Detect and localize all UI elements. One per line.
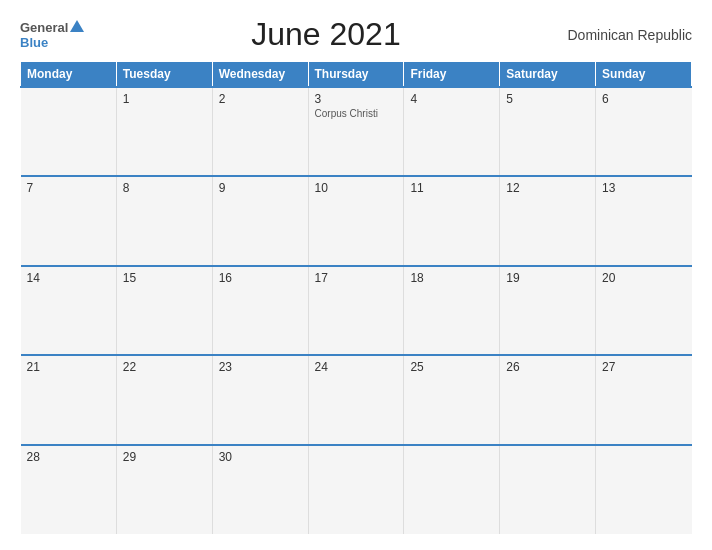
calendar-cell: 17 (308, 266, 404, 355)
calendar-cell (596, 445, 692, 534)
calendar-cell: 5 (500, 87, 596, 176)
day-number: 9 (219, 181, 302, 195)
holiday-label: Corpus Christi (315, 108, 398, 119)
day-number: 26 (506, 360, 589, 374)
day-number: 19 (506, 271, 589, 285)
calendar-cell: 15 (116, 266, 212, 355)
day-number: 18 (410, 271, 493, 285)
logo-triangle-icon (70, 20, 84, 32)
calendar-cell: 16 (212, 266, 308, 355)
calendar-cell: 27 (596, 355, 692, 444)
day-number: 24 (315, 360, 398, 374)
day-number: 25 (410, 360, 493, 374)
weekday-header-wednesday: Wednesday (212, 62, 308, 88)
calendar-cell: 26 (500, 355, 596, 444)
calendar-body: 123Corpus Christi45678910111213141516171… (21, 87, 692, 534)
day-number: 3 (315, 92, 398, 106)
calendar-cell: 18 (404, 266, 500, 355)
country-label: Dominican Republic (567, 27, 692, 43)
calendar-cell: 13 (596, 176, 692, 265)
month-title: June 2021 (84, 16, 567, 53)
day-number: 14 (27, 271, 110, 285)
day-number: 2 (219, 92, 302, 106)
calendar-cell: 24 (308, 355, 404, 444)
calendar-cell: 19 (500, 266, 596, 355)
day-number: 22 (123, 360, 206, 374)
calendar-week-row: 21222324252627 (21, 355, 692, 444)
day-number: 20 (602, 271, 685, 285)
calendar-week-row: 78910111213 (21, 176, 692, 265)
calendar-cell: 6 (596, 87, 692, 176)
day-number: 13 (602, 181, 685, 195)
calendar-cell: 22 (116, 355, 212, 444)
calendar-cell: 11 (404, 176, 500, 265)
calendar-week-row: 123Corpus Christi456 (21, 87, 692, 176)
logo-general: General (20, 21, 68, 34)
calendar-cell: 7 (21, 176, 117, 265)
weekday-header-tuesday: Tuesday (116, 62, 212, 88)
calendar-cell (21, 87, 117, 176)
day-number: 21 (27, 360, 110, 374)
day-number: 15 (123, 271, 206, 285)
calendar-cell: 25 (404, 355, 500, 444)
calendar-cell: 20 (596, 266, 692, 355)
weekday-header-saturday: Saturday (500, 62, 596, 88)
calendar-cell: 12 (500, 176, 596, 265)
day-number: 12 (506, 181, 589, 195)
day-number: 5 (506, 92, 589, 106)
calendar-week-row: 14151617181920 (21, 266, 692, 355)
page-header: General Blue June 2021 Dominican Republi… (20, 16, 692, 53)
weekday-header-sunday: Sunday (596, 62, 692, 88)
day-number: 8 (123, 181, 206, 195)
calendar-cell (308, 445, 404, 534)
calendar-cell: 3Corpus Christi (308, 87, 404, 176)
calendar-cell: 10 (308, 176, 404, 265)
calendar-cell: 2 (212, 87, 308, 176)
day-number: 28 (27, 450, 110, 464)
day-number: 7 (27, 181, 110, 195)
day-number: 29 (123, 450, 206, 464)
calendar-cell: 14 (21, 266, 117, 355)
calendar-table: MondayTuesdayWednesdayThursdayFridaySatu… (20, 61, 692, 534)
calendar-cell: 23 (212, 355, 308, 444)
day-number: 11 (410, 181, 493, 195)
day-number: 4 (410, 92, 493, 106)
calendar-header: MondayTuesdayWednesdayThursdayFridaySatu… (21, 62, 692, 88)
weekday-header-monday: Monday (21, 62, 117, 88)
calendar-cell: 29 (116, 445, 212, 534)
calendar-week-row: 282930 (21, 445, 692, 534)
day-number: 27 (602, 360, 685, 374)
day-number: 23 (219, 360, 302, 374)
weekday-header-friday: Friday (404, 62, 500, 88)
day-number: 16 (219, 271, 302, 285)
day-number: 10 (315, 181, 398, 195)
logo: General Blue (20, 20, 84, 49)
day-number: 17 (315, 271, 398, 285)
calendar-cell: 21 (21, 355, 117, 444)
logo-blue: Blue (20, 36, 48, 49)
calendar-cell: 4 (404, 87, 500, 176)
calendar-cell (500, 445, 596, 534)
calendar-cell: 8 (116, 176, 212, 265)
calendar-cell: 9 (212, 176, 308, 265)
day-number: 6 (602, 92, 685, 106)
day-number: 30 (219, 450, 302, 464)
calendar-cell: 1 (116, 87, 212, 176)
calendar-cell: 28 (21, 445, 117, 534)
calendar-cell: 30 (212, 445, 308, 534)
calendar-cell (404, 445, 500, 534)
weekday-header-thursday: Thursday (308, 62, 404, 88)
day-number: 1 (123, 92, 206, 106)
weekday-header-row: MondayTuesdayWednesdayThursdayFridaySatu… (21, 62, 692, 88)
